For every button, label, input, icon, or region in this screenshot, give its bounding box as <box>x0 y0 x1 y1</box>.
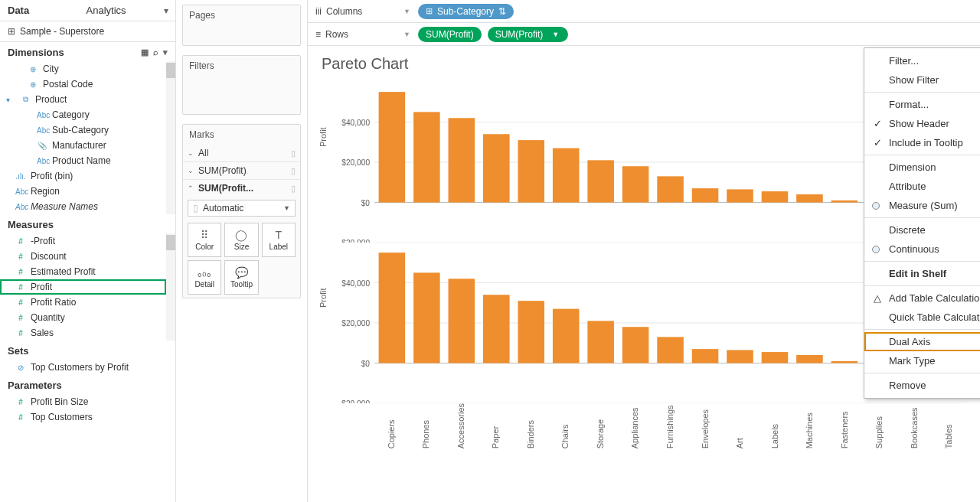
pill-sub-category[interactable]: ⊞ Sub-Category ⇅ <box>418 4 514 19</box>
svg-rect-46 <box>762 352 789 363</box>
scrollbar[interactable] <box>166 61 175 214</box>
marks-type-select[interactable]: ▯Automatic ▼ <box>188 200 296 217</box>
x-tick-label: Accessories <box>443 403 479 448</box>
measure-field[interactable]: #Discount <box>0 249 166 264</box>
pill-sum-profit-1[interactable]: SUM(Profit) <box>418 27 482 42</box>
svg-rect-44 <box>692 349 719 363</box>
marks-btn-size[interactable]: ◯Size <box>224 223 258 257</box>
chevron-down-icon: ▼ <box>283 204 290 212</box>
menu-item[interactable]: Attribute <box>864 177 980 196</box>
marks-btn-detail[interactable]: ₒ₀ₒDetail <box>188 260 221 295</box>
menu-item[interactable]: Dimension <box>864 158 980 177</box>
dimension-field[interactable]: AbcSub-Category <box>0 122 166 138</box>
marks-btn-label[interactable]: TLabel <box>262 223 296 257</box>
menu-item[interactable]: Show Filter <box>864 70 980 90</box>
measure-field[interactable]: #Sales <box>0 325 166 341</box>
columns-shelf[interactable]: iiiColumns▼ ⊞ Sub-Category ⇅ <box>308 0 980 23</box>
menu-item[interactable]: Continuous <box>864 240 980 259</box>
marks-layer[interactable]: ⌄All▯ <box>183 145 300 161</box>
marks-btn-label: Label <box>270 243 288 251</box>
dimensions-menu-icon[interactable]: ▾ <box>163 47 168 57</box>
marks-type-value: Automatic <box>203 203 243 214</box>
field-label: Postal Code <box>43 79 93 90</box>
dimension-field[interactable]: AbcCategory <box>0 107 166 122</box>
svg-rect-42 <box>622 327 649 363</box>
tab-data[interactable]: Data <box>0 0 79 21</box>
dimension-field[interactable]: 📎Manufacturer <box>0 138 166 153</box>
pill-label: Sub-Category <box>437 6 494 17</box>
x-tick-label: Envelopes <box>688 403 723 448</box>
marks-btn-label: Size <box>234 243 249 251</box>
dimension-field[interactable]: ▾⧉Product <box>0 92 166 107</box>
menu-item[interactable]: Discrete <box>864 220 980 240</box>
datasource-row[interactable]: ⊞ Sample - Superstore <box>0 21 175 42</box>
x-tick-label: Furnishings <box>652 403 688 448</box>
marks-buttons: ⠿Color◯SizeTLabelₒ₀ₒDetail💬Tooltip <box>183 220 300 298</box>
dimension-field[interactable]: AbcMeasure Names <box>0 199 166 214</box>
dimension-field[interactable]: AbcRegion <box>0 184 166 199</box>
menu-item[interactable]: Remove <box>864 376 980 395</box>
svg-rect-38 <box>483 295 510 363</box>
scrollbar[interactable] <box>166 233 175 341</box>
menu-item[interactable]: Dual Axis <box>864 332 980 351</box>
svg-rect-47 <box>796 355 823 363</box>
set-field[interactable]: ⊘Top Customers by Profit <box>0 360 175 375</box>
marks-layer[interactable]: ⌃SUM(Profit...▯ <box>183 179 300 197</box>
pages-shelf[interactable]: Pages <box>182 5 301 46</box>
pages-label: Pages <box>183 5 300 25</box>
marks-layer[interactable]: ⌄SUM(Profit)▯ <box>183 161 300 179</box>
menu-item-label: Quick Table Calculation <box>889 311 980 323</box>
svg-rect-13 <box>518 140 544 202</box>
field-label: Quantity <box>31 312 65 323</box>
view-toggle-icon[interactable]: ▦ <box>141 47 149 57</box>
x-tick-label: Copiers <box>374 403 409 448</box>
menu-separator <box>864 373 980 373</box>
menu-item-label: Filter... <box>889 55 919 67</box>
menu-item[interactable]: Format... <box>864 95 980 114</box>
parameters-list: #Profit Bin Size#Top Customers <box>0 394 175 425</box>
field-label: Top Customers <box>31 412 93 422</box>
dimension-field[interactable]: .ılı.Profit (bin) <box>0 168 166 184</box>
field-label: Manufacturer <box>52 140 106 151</box>
field-type-icon: .ılı. <box>15 172 26 181</box>
dimension-field[interactable]: ⊕City <box>0 61 166 77</box>
menu-separator <box>864 261 980 262</box>
measure-field[interactable]: #-Profit <box>0 233 166 249</box>
measure-field[interactable]: #Estimated Profit <box>0 264 166 279</box>
menu-item-label: Show Filter <box>889 74 939 86</box>
marks-btn-color[interactable]: ⠿Color <box>188 223 221 257</box>
rows-shelf[interactable]: ≡Rows▼ SUM(Profit) SUM(Profit) ▼ <box>308 23 980 46</box>
parameter-field[interactable]: #Profit Bin Size <box>0 394 175 409</box>
search-icon[interactable]: ⌕ <box>153 47 158 57</box>
field-label: City <box>43 64 59 74</box>
parameter-field[interactable]: #Top Customers <box>0 409 175 425</box>
measure-field[interactable]: #Profit <box>0 279 166 295</box>
x-tick-label: Appliances <box>618 403 653 448</box>
menu-item[interactable]: ✓Show Header <box>864 114 980 133</box>
menu-item[interactable]: ✓Include in Tooltip <box>864 133 980 152</box>
menu-item[interactable]: Filter... <box>864 51 980 70</box>
marks-btn-tooltip[interactable]: 💬Tooltip <box>224 260 258 295</box>
menu-item[interactable]: △Add Table Calculation... <box>864 288 980 308</box>
layer-label: SUM(Profit) <box>198 165 247 176</box>
menu-item[interactable]: Measure (Sum)▶ <box>864 196 980 215</box>
x-tick-label: Chairs <box>548 403 583 448</box>
measure-field[interactable]: #Quantity <box>0 310 166 325</box>
y-axis-label: Profit <box>318 288 328 308</box>
color-icon: ⠿ <box>201 229 208 241</box>
chevron-down-icon: ▼ <box>403 31 410 38</box>
pill-sum-profit-2[interactable]: SUM(Profit) ▼ <box>488 27 569 42</box>
measure-field[interactable]: #Profit Ratio <box>0 295 166 310</box>
menu-item[interactable]: Edit in Shelf <box>864 264 980 283</box>
analytics-dropdown-icon[interactable]: ▾ <box>157 0 175 21</box>
field-type-icon: Abc <box>37 157 47 165</box>
dimension-field[interactable]: ⊕Postal Code <box>0 77 166 92</box>
dimension-field[interactable]: AbcProduct Name <box>0 153 166 168</box>
svg-rect-9 <box>379 92 406 202</box>
field-label: Region <box>31 186 60 197</box>
tab-analytics[interactable]: Analytics <box>79 0 158 21</box>
field-label: Measure Names <box>31 201 98 212</box>
menu-item[interactable]: Mark Type▶ <box>864 351 980 370</box>
menu-item[interactable]: Quick Table Calculation▶ <box>864 308 980 327</box>
filters-shelf[interactable]: Filters <box>182 55 301 115</box>
